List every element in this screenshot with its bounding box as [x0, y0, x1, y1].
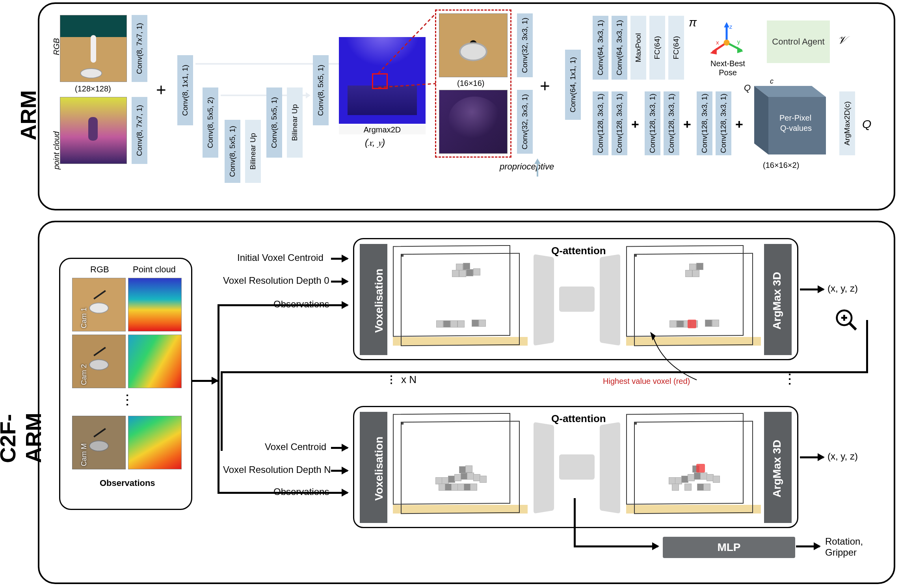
- label-128: (128×128): [75, 84, 111, 93]
- zoom-pc-crop: [439, 90, 508, 154]
- svg-marker-14: [754, 86, 768, 154]
- mlp-out-arrow: [796, 545, 820, 547]
- headq-1: Conv(128, 3x3, 1): [612, 91, 627, 155]
- svg-text:Q-values: Q-values: [780, 124, 812, 132]
- op2-conv32a: Conv(32, 3x3, 1): [517, 13, 533, 77]
- mlp-box: MLP: [662, 536, 796, 559]
- headpi-1: Conv(64, 3x3, 1): [612, 16, 627, 80]
- headpi-maxpool: MaxPool: [630, 16, 646, 80]
- q-title: Q-attention: [551, 413, 606, 425]
- headpi-fc1: FC(64): [649, 16, 665, 80]
- in-bot-1: Voxel Resolution Depth N: [223, 464, 331, 475]
- arrow-in-top-0: [331, 258, 348, 260]
- slab-label-argmax: ArgMax 3D: [771, 272, 783, 329]
- headq-4: Conv(128, 3x3, 1): [697, 91, 712, 155]
- cam2-label: Cam 2: [80, 364, 88, 385]
- op-bilup-a: Bilinear Up: [245, 120, 261, 183]
- control-agent-box: Control Agent: [767, 20, 830, 63]
- observations-card: RGB Point cloud Cam 1 Cam 2 ··· Cam M Ob…: [59, 258, 192, 510]
- cam1-pc: [128, 278, 182, 331]
- obs-head-pc: Point cloud: [133, 264, 176, 275]
- xyz-axes-icon: z y x: [710, 22, 743, 55]
- panel-label-c2f: C2F-ARM: [0, 384, 46, 463]
- obs-caption: Observations: [100, 478, 155, 488]
- camM-pc: [128, 416, 182, 469]
- label-q-axis: Q: [744, 83, 751, 93]
- zoom-rgb-crop: [439, 13, 508, 77]
- plus-icon: +: [735, 117, 743, 131]
- label-v: 𝒱: [837, 34, 844, 47]
- svg-point-8: [723, 40, 729, 46]
- svg-text:x: x: [716, 39, 719, 46]
- slab-label-vox: Voxelisation: [373, 269, 385, 333]
- label-c-axis: c: [770, 77, 774, 86]
- qattention-bot: Voxelisation Q-attention: [353, 406, 798, 528]
- arm-rgb-image: [60, 15, 127, 82]
- headq-2: Conv(128, 3x3, 1): [645, 91, 660, 155]
- op-conv55-2: Conv(8, 5x5, 2): [203, 87, 218, 158]
- slab-label-argmax: ArgMax 3D: [771, 440, 783, 497]
- mlp-feed-vert: [574, 498, 576, 545]
- arrow-in-bot-0: [331, 447, 348, 449]
- plus-icon: +: [540, 77, 550, 95]
- fb-vert-2: [221, 371, 223, 451]
- op2-conv32b: Conv(32, 3x3, 1): [517, 90, 533, 154]
- op-bilup-b: Bilinear Up: [287, 87, 303, 158]
- in-bot-0: Voxel Centroid: [265, 441, 326, 452]
- qattention-top: Voxelisation Q-attention: [353, 238, 798, 360]
- op2-conv64: Conv(64, 1x1, 1): [565, 50, 581, 120]
- voxel-stage-in: [393, 246, 528, 353]
- label-bigQ: Q: [862, 117, 871, 131]
- obs-head-rgb: RGB: [90, 264, 109, 275]
- svg-line-0: [378, 13, 436, 73]
- op-conv55a: Conv(8, 5x5, 1): [225, 120, 240, 183]
- vdots-icon: ···: [121, 394, 134, 408]
- vdots-right: ···: [783, 373, 796, 387]
- trunk-arrow-1: [192, 380, 218, 382]
- label-pi: π: [689, 16, 697, 29]
- label-nbp: Next-Best Pose: [702, 59, 753, 77]
- cam2-pc: [128, 335, 182, 388]
- headq-0: Conv(128, 3x3, 1): [593, 91, 608, 155]
- arrow-out-bot: [800, 456, 824, 458]
- q-value-cube: Per-Pixel Q-values: [751, 81, 834, 160]
- headq-3: Conv(128, 3x3, 1): [664, 91, 679, 155]
- op-conv-rgb: Conv(8, 7x7, 1): [132, 15, 147, 82]
- arm-pointcloud-image: [60, 97, 127, 164]
- voxel-stage-in: [393, 414, 528, 521]
- cam1-label: Cam 1: [80, 307, 88, 328]
- label-16: (16×16): [457, 79, 485, 88]
- label-xN: ⋮x N: [386, 374, 417, 386]
- headpi-fc2: FC(64): [668, 16, 684, 80]
- op-conv55c: Conv(8, 5x5, 1): [313, 55, 329, 125]
- out-xyz-top: (x, y, z): [827, 283, 858, 294]
- arrow-out-top: [800, 288, 824, 290]
- svg-marker-7: [710, 48, 717, 55]
- label-q-dim: (16×16×2): [763, 161, 799, 170]
- headq-5: Conv(128, 3x3, 1): [716, 91, 731, 155]
- camM-label: Cam M: [80, 443, 88, 466]
- plus-icon: +: [631, 117, 639, 131]
- out-xyz-bot: (x, y, z): [827, 451, 858, 462]
- q-title: Q-attention: [551, 245, 606, 257]
- fb-horiz: [221, 371, 868, 373]
- op-conv55b: Conv(8, 5x5, 1): [266, 87, 282, 158]
- plus-icon: +: [683, 117, 691, 131]
- svg-marker-3: [724, 22, 729, 27]
- c2f-panel: RGB Point cloud Cam 1 Cam 2 ··· Cam M Ob…: [38, 221, 895, 584]
- proprio-arrow: [523, 155, 551, 179]
- op-conv1x1: Conv(8, 1x1, 1): [177, 55, 193, 125]
- plus-icon: +: [156, 81, 166, 99]
- arrow-in-top-1: [331, 281, 348, 283]
- magnify-icon: [835, 308, 858, 332]
- svg-marker-21: [650, 332, 656, 341]
- red-note-arrow: [646, 329, 725, 385]
- mlp-feed-h: [574, 545, 658, 547]
- voxel-stage-out: [626, 414, 761, 521]
- svg-line-20: [850, 323, 856, 330]
- headpi-0: Conv(64, 3x3, 1): [593, 16, 608, 80]
- op-conv-pc: Conv(8, 7x7, 1): [132, 97, 147, 164]
- svg-line-1: [378, 84, 436, 87]
- in-bot-2: Observations: [273, 486, 329, 497]
- arm-panel: RGB (128×128) point cloud Conv(8, 7x7, 1…: [38, 2, 895, 210]
